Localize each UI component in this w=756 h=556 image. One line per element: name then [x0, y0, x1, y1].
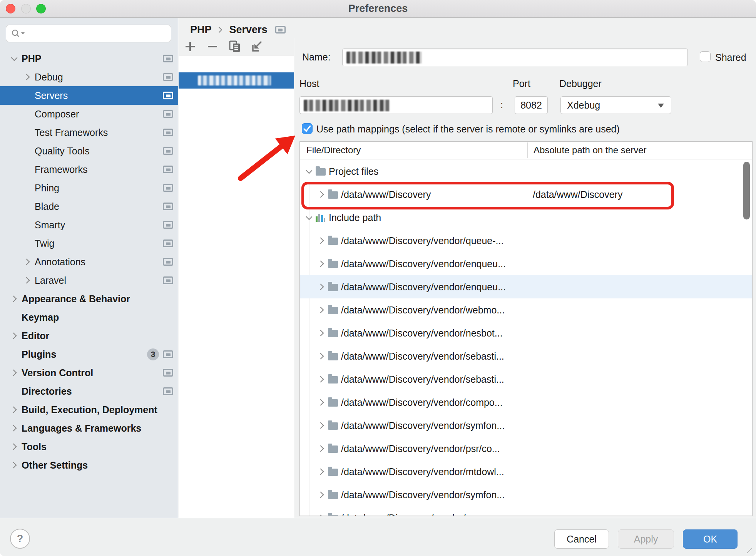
mapping-row[interactable]: /data/www/Discovery/vendor/... — [300, 506, 752, 516]
help-button[interactable]: ? — [10, 529, 30, 549]
chevron-icon[interactable] — [10, 54, 18, 63]
chevron-icon[interactable] — [10, 368, 18, 377]
sidebar-item-laravel[interactable]: Laravel — [0, 271, 178, 290]
chevron-icon[interactable] — [317, 306, 326, 314]
mapping-row[interactable]: Include path — [300, 206, 752, 229]
sidebar-item-frameworks[interactable]: Frameworks — [0, 160, 178, 179]
sidebar-item-phing[interactable]: Phing — [0, 179, 178, 197]
chevron-icon[interactable] — [23, 110, 32, 118]
chevron-icon[interactable] — [317, 329, 326, 337]
cancel-button[interactable]: Cancel — [554, 529, 609, 549]
settings-search-box[interactable] — [6, 25, 171, 42]
mapping-row[interactable]: /data/www/Discovery/vendor/compo... — [300, 391, 752, 414]
chevron-icon[interactable] — [10, 295, 18, 303]
sidebar-item-languages-frameworks[interactable]: Languages & Frameworks — [0, 419, 178, 437]
chevron-icon[interactable] — [305, 167, 313, 176]
mapping-row[interactable]: /data/www/Discovery/vendor/enqueu... — [300, 275, 752, 298]
mapping-row[interactable]: /data/www/Discovery/vendor/enqueu... — [300, 252, 752, 275]
add-server-button[interactable] — [183, 40, 197, 54]
chevron-icon[interactable] — [317, 190, 326, 199]
chevron-icon[interactable] — [23, 184, 32, 192]
port-field[interactable] — [515, 96, 548, 114]
sidebar-item-php[interactable]: PHP — [0, 49, 178, 68]
import-server-button[interactable] — [250, 40, 264, 54]
chevron-icon[interactable] — [23, 128, 32, 137]
sidebar-item-composer[interactable]: Composer — [0, 105, 178, 123]
chevron-icon[interactable] — [10, 350, 18, 358]
mapping-row[interactable]: /data/www/Discovery/vendor/webmo... — [300, 298, 752, 322]
sidebar-item-editor[interactable]: Editor — [0, 327, 178, 345]
chevron-icon[interactable] — [10, 332, 18, 340]
chevron-icon[interactable] — [317, 491, 326, 499]
chevron-icon[interactable] — [23, 73, 32, 81]
apply-button[interactable]: Apply — [618, 529, 674, 549]
vertical-scrollbar-thumb[interactable] — [743, 162, 750, 219]
sidebar-item-plugins[interactable]: Plugins 3 — [0, 345, 178, 363]
sidebar-item-smarty[interactable]: Smarty — [0, 216, 178, 234]
sidebar-item-quality-tools[interactable]: Quality Tools — [0, 142, 178, 160]
sidebar-item-servers[interactable]: Servers — [0, 86, 178, 105]
sidebar-item-keymap[interactable]: Keymap — [0, 308, 178, 327]
chevron-icon[interactable] — [317, 375, 326, 384]
mapping-row[interactable]: /data/www/Discovery/vendor/queue-... — [300, 229, 752, 252]
chevron-icon[interactable] — [23, 165, 32, 174]
debugger-select[interactable]: Xdebug — [560, 96, 671, 114]
sidebar-item-version-control[interactable]: Version Control — [0, 363, 178, 382]
sidebar-item-twig[interactable]: Twig — [0, 234, 178, 253]
column-divider[interactable] — [527, 142, 528, 158]
sidebar-item-debug[interactable]: Debug — [0, 68, 178, 86]
chevron-icon[interactable] — [317, 421, 326, 430]
sidebar-item-blade[interactable]: Blade — [0, 197, 178, 216]
chevron-icon[interactable] — [23, 239, 32, 248]
close-window-icon[interactable] — [6, 4, 15, 13]
server-list-item-selected[interactable] — [179, 72, 294, 89]
chevron-icon[interactable] — [10, 461, 18, 469]
chevron-icon[interactable] — [23, 91, 32, 100]
chevron-icon[interactable] — [23, 202, 32, 211]
chevron-icon[interactable] — [317, 444, 326, 453]
chevron-icon[interactable] — [10, 405, 18, 414]
duplicate-server-button[interactable] — [228, 40, 242, 54]
sidebar-item-other-settings[interactable]: Other Settings — [0, 456, 178, 474]
minimize-window-icon[interactable] — [21, 4, 31, 13]
chevron-icon[interactable] — [10, 313, 18, 322]
chevron-icon[interactable] — [23, 258, 32, 266]
ok-button[interactable]: OK — [683, 529, 738, 549]
chevron-icon[interactable] — [23, 221, 32, 229]
chevron-icon[interactable] — [317, 514, 326, 516]
mapping-row[interactable]: Project files — [300, 160, 752, 183]
chevron-icon[interactable] — [10, 424, 18, 432]
mapping-row[interactable]: /data/www/Discovery/vendor/psr/co... — [300, 437, 752, 460]
shared-checkbox[interactable] — [700, 51, 711, 62]
sidebar-item-test-frameworks[interactable]: Test Frameworks — [0, 123, 178, 142]
host-field[interactable] — [299, 96, 493, 114]
use-path-mappings-checkbox[interactable] — [302, 123, 313, 134]
chevron-icon[interactable] — [10, 442, 18, 451]
remove-server-button[interactable] — [206, 40, 219, 54]
chevron-icon[interactable] — [10, 387, 18, 395]
sidebar-item-annotations[interactable]: Annotations — [0, 253, 178, 271]
chevron-icon[interactable] — [23, 276, 32, 285]
chevron-icon[interactable] — [317, 236, 326, 245]
breadcrumb-php[interactable]: PHP — [190, 24, 212, 36]
chevron-icon[interactable] — [317, 260, 326, 268]
sidebar-item-appearance-behavior[interactable]: Appearance & Behavior — [0, 290, 178, 308]
chevron-icon[interactable] — [317, 467, 326, 476]
chevron-icon[interactable] — [317, 352, 326, 360]
mapping-row[interactable]: /data/www/Discovery/vendor/symfon... — [300, 414, 752, 437]
chevron-icon[interactable] — [305, 213, 313, 222]
sidebar-item-directories[interactable]: Directories — [0, 382, 178, 400]
mapping-row[interactable]: /data/www/Discovery/vendor/nesbot... — [300, 322, 752, 345]
chevron-icon[interactable] — [317, 283, 326, 291]
chevron-icon[interactable] — [317, 398, 326, 407]
mapping-row[interactable]: /data/www/Discovery/vendor/sebasti... — [300, 368, 752, 391]
sidebar-item-build-execution-deployment[interactable]: Build, Execution, Deployment — [0, 400, 178, 419]
resize-grip[interactable] — [747, 548, 754, 555]
chevron-icon[interactable] — [23, 147, 32, 155]
mapping-row[interactable]: /data/www/Discovery /data/www/Discovery — [300, 183, 752, 206]
name-field[interactable] — [342, 49, 688, 66]
search-input[interactable] — [31, 27, 167, 41]
mapping-row[interactable]: /data/www/Discovery/vendor/sebasti... — [300, 345, 752, 368]
zoom-window-icon[interactable] — [36, 4, 46, 13]
mapping-row[interactable]: /data/www/Discovery/vendor/symfon... — [300, 483, 752, 506]
